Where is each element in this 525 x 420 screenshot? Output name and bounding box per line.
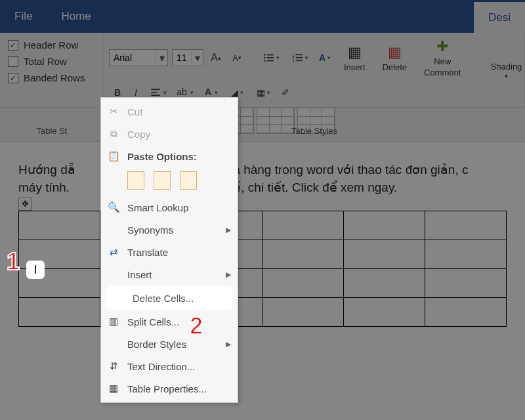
delete-button[interactable]: ▦ Delete <box>376 41 414 75</box>
borders-icon: ▦ <box>257 87 265 98</box>
tab-home[interactable]: Home <box>47 0 105 33</box>
svg-rect-14 <box>151 94 160 96</box>
annotation-callout-1: 1 <box>7 248 20 276</box>
menu-split-cells[interactable]: ▥ Split Cells... <box>101 310 238 333</box>
chevron-down-icon[interactable]: ▾ <box>156 52 167 64</box>
ribbon: ✓ Header Row Total Row ✓ Banded Rows ▾ ▾ <box>0 33 525 108</box>
button-label: Insert <box>344 62 366 72</box>
svg-rect-11 <box>296 60 303 61</box>
checkbox-total-row[interactable]: Total Row <box>8 56 95 67</box>
bullets-icon <box>262 52 274 64</box>
table-row <box>19 269 507 298</box>
button-label-line1: New <box>434 56 451 66</box>
numbering-button[interactable]: 123 ▾ <box>287 49 312 66</box>
document-table[interactable] <box>18 211 507 327</box>
table-row <box>19 240 507 269</box>
split-cells-icon: ▥ <box>106 316 121 327</box>
tab-design[interactable]: Desi <box>474 0 525 33</box>
chevron-right-icon: ▶ <box>226 340 231 348</box>
menu-insert[interactable]: Insert ▶ <box>101 263 238 285</box>
checkbox-header-row[interactable]: ✓ Header Row <box>8 39 95 51</box>
decrease-font-button[interactable]: A▾ <box>228 49 245 66</box>
table-move-handle[interactable]: ✥ <box>18 198 32 211</box>
insert-button[interactable]: ▦ Insert <box>337 41 372 75</box>
group-table-style-options: ✓ Header Row Total Row ✓ Banded Rows <box>0 33 104 107</box>
svg-rect-9 <box>296 57 303 58</box>
numbering-icon: 123 <box>291 52 303 64</box>
checkbox-label: Banded Rows <box>24 72 85 83</box>
comment-icon: ✚ <box>436 38 448 55</box>
borders-button[interactable]: ▦▾ <box>251 84 276 101</box>
button-label: Delete <box>383 62 408 72</box>
copy-icon: ⧉ <box>106 128 121 140</box>
font-name-input[interactable] <box>110 52 156 63</box>
chevron-right-icon: ▶ <box>226 270 231 279</box>
table-insert-icon: ▦ <box>348 44 362 61</box>
table-properties-icon: ▦ <box>106 383 121 394</box>
shading-button[interactable]: Shading ▾ <box>491 60 522 81</box>
scissors-icon: ✂ <box>106 106 121 117</box>
checkbox-banded-rows[interactable]: ✓ Banded Rows <box>8 72 95 83</box>
translate-icon: ⇄ <box>106 246 121 258</box>
table-row <box>19 298 507 327</box>
svg-text:3: 3 <box>292 59 294 63</box>
svg-rect-13 <box>151 92 157 93</box>
menu-translate[interactable]: ⇄ Translate <box>101 241 238 263</box>
annotation-callout-2: 2 <box>190 312 203 340</box>
paste-merge-formatting-icon[interactable] <box>154 171 171 190</box>
search-icon: 🔍 <box>106 201 121 213</box>
svg-rect-1 <box>267 54 274 56</box>
font-size-input[interactable] <box>173 52 191 63</box>
styles-button[interactable]: A▾ <box>316 49 333 66</box>
font-size-combo[interactable]: ▾ <box>172 49 203 66</box>
table-delete-icon: ▦ <box>388 44 402 61</box>
button-label-line2: Comment <box>424 68 461 77</box>
svg-rect-7 <box>296 54 303 55</box>
check-icon: ✓ <box>8 73 18 83</box>
menu-synonyms[interactable]: Synonyms ▶ <box>101 219 238 241</box>
menu-table-properties[interactable]: ▦ Table Properties... <box>101 377 238 400</box>
check-icon <box>8 56 18 67</box>
paint-bucket-icon: ◢ <box>231 87 238 98</box>
document-body: Hướng dẫ t và hàng trong word với thao t… <box>0 142 525 327</box>
document-text: máy tính. hế, chi tiết. Click để xem nga… <box>18 179 507 197</box>
bullets-button[interactable]: ▾ <box>259 49 284 66</box>
tab-file[interactable]: File <box>0 0 47 33</box>
chevron-right-icon: ▶ <box>226 226 231 234</box>
menu-smart-lookup[interactable]: 🔍 Smart Lookup <box>101 196 238 219</box>
ribbon-tabs: File Home Desi <box>0 0 525 33</box>
svg-point-0 <box>264 54 266 56</box>
increase-font-button[interactable]: A▴ <box>207 49 224 66</box>
chevron-down-icon: ▾ <box>505 73 508 79</box>
menu-delete-cells[interactable]: Delete Cells... <box>106 287 232 309</box>
document-table-wrap: ✥ <box>18 211 507 327</box>
menu-text-direction[interactable]: ⇵ Text Direction... <box>101 355 238 377</box>
context-menu: ✂ Cut ⧉ Copy 📋 Paste Options: 🔍 Smart Lo… <box>100 97 238 403</box>
group-formatting: ▾ ▾ A▴ A▾ ▾ 123 ▾ A▾ ▦ Insert <box>104 33 488 107</box>
paste-keep-formatting-icon[interactable] <box>127 171 144 190</box>
svg-point-4 <box>264 60 266 62</box>
check-icon: ✓ <box>8 40 18 51</box>
new-comment-button[interactable]: ✚ New Comment <box>417 35 467 80</box>
svg-rect-3 <box>267 57 274 58</box>
cursor-highlight: I <box>26 261 45 279</box>
table-row <box>19 211 507 240</box>
menu-paste-options: 📋 Paste Options: <box>101 145 238 167</box>
svg-rect-5 <box>267 60 274 62</box>
checkbox-label: Total Row <box>24 56 67 67</box>
ribbon-group-labels: Table St Table Styles <box>0 123 525 142</box>
group-label: Table St <box>0 123 104 141</box>
font-name-combo[interactable]: ▾ <box>109 49 168 66</box>
group-shading: Shading ▾ <box>488 33 525 107</box>
document-text: Hướng dẫ t và hàng trong word với thao t… <box>18 161 507 179</box>
menu-cut[interactable]: ✂ Cut <box>101 100 238 123</box>
svg-point-2 <box>264 57 266 59</box>
brush-icon: ✐ <box>282 87 289 98</box>
format-painter-button[interactable]: ✐ <box>277 84 294 101</box>
button-label: Shading <box>491 62 522 72</box>
menu-border-styles[interactable]: Border Styles ▶ <box>101 333 238 355</box>
menu-copy[interactable]: ⧉ Copy <box>101 123 238 145</box>
paste-options-row <box>101 167 238 196</box>
chevron-down-icon[interactable]: ▾ <box>191 52 203 64</box>
paste-text-only-icon[interactable] <box>180 171 197 190</box>
